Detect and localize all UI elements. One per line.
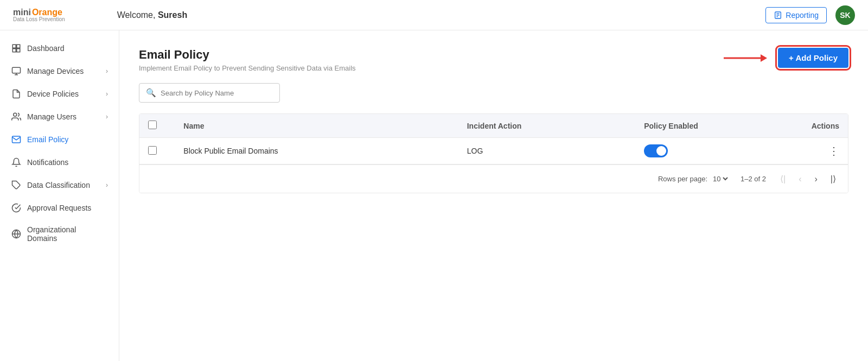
search-icon: 🔍 bbox=[146, 88, 156, 98]
username: Suresh bbox=[158, 10, 187, 20]
toolbar: 🔍 bbox=[139, 83, 848, 103]
logo-subtitle: Data Loss Prevention bbox=[13, 16, 65, 22]
next-page-button[interactable]: › bbox=[812, 172, 821, 186]
first-page-button[interactable]: ⟨| bbox=[777, 172, 789, 186]
globe-icon bbox=[11, 229, 22, 239]
header-right: Reporting SK bbox=[765, 5, 855, 25]
page-info: 1–2 of 2 bbox=[741, 175, 766, 183]
check-circle-icon bbox=[11, 202, 22, 213]
chevron-right-icon: › bbox=[106, 67, 108, 75]
policy-enabled-toggle[interactable] bbox=[644, 144, 668, 157]
select-all-checkbox[interactable] bbox=[148, 121, 157, 129]
toggle-wrap bbox=[644, 144, 768, 157]
incident-action-column-header: Incident Action bbox=[458, 114, 636, 138]
tag-icon bbox=[11, 180, 22, 191]
monitor-icon bbox=[11, 66, 22, 77]
row-checkbox-cell bbox=[139, 138, 175, 164]
incident-action-cell: LOG bbox=[458, 138, 636, 164]
select-all-header bbox=[139, 114, 175, 138]
sidebar-item-label: Manage Users bbox=[27, 112, 100, 121]
main-content: Email Policy Implement Email Policy to P… bbox=[119, 30, 868, 361]
chevron-right-icon: › bbox=[106, 113, 108, 121]
sidebar-item-label: Approval Requests bbox=[27, 204, 108, 212]
logo: miniOrange Data Loss Prevention bbox=[13, 8, 65, 22]
toggle-slider bbox=[644, 144, 668, 157]
sidebar-item-data-classification[interactable]: Data Classification › bbox=[0, 174, 119, 197]
avatar[interactable]: SK bbox=[835, 5, 855, 25]
policy-enabled-cell bbox=[635, 138, 777, 164]
policy-name-cell: Block Public Email Domains bbox=[175, 138, 458, 164]
search-input[interactable] bbox=[161, 89, 273, 97]
reporting-button[interactable]: Reporting bbox=[765, 7, 827, 23]
sidebar-item-manage-users[interactable]: Manage Users › bbox=[0, 105, 119, 128]
svg-rect-6 bbox=[12, 49, 16, 52]
prev-page-button[interactable]: ‹ bbox=[795, 172, 805, 186]
sidebar-item-label: Device Policies bbox=[27, 90, 100, 98]
actions-column-header: Actions bbox=[777, 114, 848, 138]
bell-icon bbox=[11, 157, 22, 168]
svg-marker-16 bbox=[761, 54, 767, 62]
sidebar-item-device-policies[interactable]: Device Policies › bbox=[0, 83, 119, 105]
search-box[interactable]: 🔍 bbox=[139, 83, 280, 103]
header-left: miniOrange Data Loss Prevention Welcome,… bbox=[13, 8, 187, 22]
svg-rect-7 bbox=[17, 49, 20, 52]
arrow-indicator bbox=[724, 52, 767, 65]
svg-rect-8 bbox=[12, 67, 21, 73]
sidebar-item-approval-requests[interactable]: Approval Requests bbox=[0, 197, 119, 219]
envelope-icon bbox=[11, 134, 22, 145]
rows-per-page: Rows per page: 10 25 50 bbox=[658, 174, 730, 183]
table-row: Block Public Email Domains LOG ⋮ bbox=[139, 138, 848, 164]
sidebar-item-label: Notifications bbox=[27, 158, 108, 167]
sidebar-item-manage-devices[interactable]: Manage Devices › bbox=[0, 60, 119, 83]
svg-rect-4 bbox=[12, 45, 16, 48]
sidebar-item-label: Data Classification bbox=[27, 181, 100, 189]
rows-per-page-label: Rows per page: bbox=[658, 175, 707, 183]
page-title: Email Policy bbox=[139, 48, 356, 62]
welcome-text: Welcome, Suresh bbox=[117, 10, 188, 20]
sidebar-item-label: Organizational Domains bbox=[27, 225, 108, 243]
sidebar-item-dashboard[interactable]: Dashboard bbox=[0, 37, 119, 60]
svg-rect-5 bbox=[17, 45, 20, 48]
sidebar-item-organizational-domains[interactable]: Organizational Domains bbox=[0, 219, 119, 249]
reporting-icon bbox=[774, 11, 782, 20]
row-checkbox[interactable] bbox=[148, 146, 157, 155]
rows-per-page-select[interactable]: 10 25 50 bbox=[711, 174, 730, 183]
row-actions-menu[interactable]: ⋮ bbox=[786, 144, 839, 157]
header: miniOrange Data Loss Prevention Welcome,… bbox=[0, 0, 868, 30]
table-header-row: Name Incident Action Policy Enabled Acti… bbox=[139, 114, 848, 138]
pagination: Rows per page: 10 25 50 1–2 of 2 ⟨| ‹ › … bbox=[139, 164, 848, 193]
file-icon bbox=[11, 88, 22, 99]
name-column-header: Name bbox=[175, 114, 458, 138]
policy-table: Name Incident Action Policy Enabled Acti… bbox=[139, 113, 848, 193]
sidebar-item-notifications[interactable]: Notifications bbox=[0, 151, 119, 174]
policy-enabled-column-header: Policy Enabled bbox=[635, 114, 777, 138]
users-icon bbox=[11, 111, 22, 122]
sidebar-item-email-policy[interactable]: Email Policy bbox=[0, 128, 119, 151]
svg-point-11 bbox=[14, 113, 17, 116]
sidebar-item-label: Manage Devices bbox=[27, 67, 100, 75]
last-page-button[interactable]: |⟩ bbox=[827, 172, 839, 186]
grid-icon bbox=[11, 43, 22, 54]
sidebar-item-label: Email Policy bbox=[27, 135, 108, 144]
layout: Dashboard Manage Devices › Device Polici… bbox=[0, 30, 868, 361]
add-policy-button[interactable]: + Add Policy bbox=[778, 48, 848, 68]
actions-cell: ⋮ bbox=[777, 138, 848, 164]
chevron-right-icon: › bbox=[106, 181, 108, 189]
chevron-right-icon: › bbox=[106, 90, 108, 98]
sidebar: Dashboard Manage Devices › Device Polici… bbox=[0, 30, 119, 361]
sidebar-item-label: Dashboard bbox=[27, 44, 108, 53]
page-subtitle: Implement Email Policy to Prevent Sendin… bbox=[139, 64, 356, 72]
